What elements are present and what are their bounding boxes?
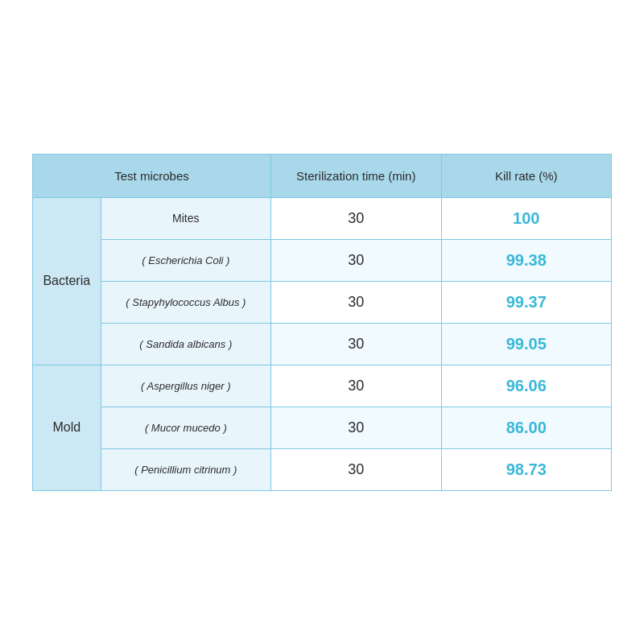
microbe-name: ( Aspergillus niger ) (101, 365, 270, 407)
data-table: Test microbes Sterilization time (min) K… (32, 154, 612, 491)
header-sterilization-time: Sterilization time (min) (271, 154, 441, 197)
kill-rate: 96.06 (441, 365, 611, 407)
kill-rate: 98.73 (441, 448, 611, 490)
microbe-name: ( Mucor mucedo ) (101, 407, 270, 448)
sterilization-time: 30 (271, 281, 441, 323)
kill-rate: 100 (441, 197, 611, 239)
sterilization-time: 30 (271, 197, 441, 239)
sterilization-time: 30 (271, 323, 441, 365)
sterilization-time: 30 (271, 365, 441, 407)
sterilization-time: 30 (271, 407, 441, 448)
kill-rate: 99.38 (441, 239, 611, 281)
header-test-microbes: Test microbes (33, 154, 271, 197)
category-cell-bacteria: Bacteria (33, 197, 101, 365)
microbe-name: ( Stapyhylococcus Albus ) (101, 281, 270, 323)
microbe-name: Mites (101, 197, 270, 239)
sterilization-time: 30 (271, 448, 441, 490)
kill-rate: 99.37 (441, 281, 611, 323)
header-kill-rate: Kill rate (%) (441, 154, 611, 197)
microbe-name: ( Penicillium citrinum ) (101, 448, 270, 490)
microbe-name: ( Sandida albicans ) (101, 323, 270, 365)
kill-rate: 99.05 (441, 323, 611, 365)
category-cell-mold: Mold (33, 365, 101, 490)
sterilization-time: 30 (271, 239, 441, 281)
microbe-name: ( Escherichia Coli ) (101, 239, 270, 281)
kill-rate: 86.00 (441, 407, 611, 448)
